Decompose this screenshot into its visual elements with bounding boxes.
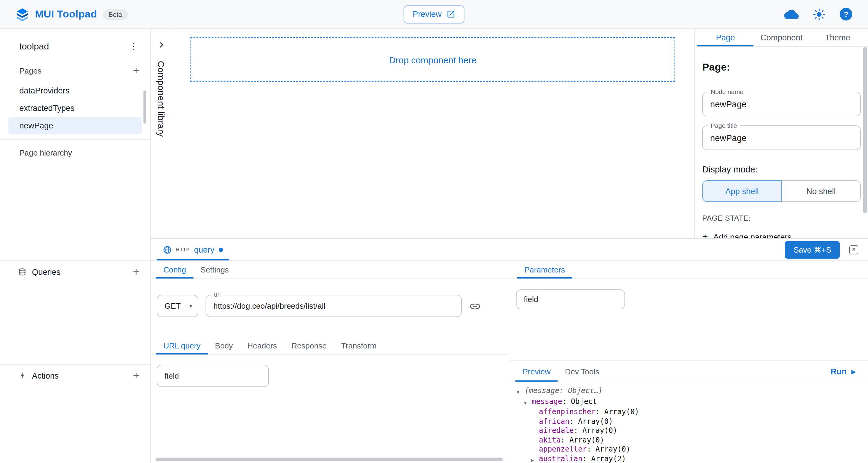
help-icon[interactable]: ? xyxy=(840,8,852,21)
page-title-input[interactable] xyxy=(710,133,853,143)
drop-zone-label: Drop component here xyxy=(389,55,476,65)
display-mode-toggle-group: App shell No shell xyxy=(702,180,861,202)
link-binding-icon[interactable] xyxy=(469,300,481,312)
page-list: dataProviders extractedTypes newPage xyxy=(0,82,150,134)
run-button-label: Run xyxy=(831,367,846,376)
page-item-dataproviders[interactable]: dataProviders xyxy=(8,82,142,99)
play-icon: ▶ xyxy=(851,368,856,375)
queries-section-header[interactable]: Queries + xyxy=(0,261,150,283)
app-header: MUI Toolpad Beta Preview xyxy=(0,0,868,29)
page-title-label: Page title xyxy=(708,122,740,129)
expand-arrow-icon[interactable]: ▶ xyxy=(531,454,539,463)
http-query-icon xyxy=(163,245,172,254)
project-menu-icon[interactable]: ⋮ xyxy=(129,41,138,50)
tree-row: akita: Array(0) xyxy=(517,436,868,445)
http-method-value: GET xyxy=(164,302,181,310)
preview-button[interactable]: Preview xyxy=(404,5,464,23)
actions-section-header[interactable]: Actions + xyxy=(0,365,150,387)
url-input[interactable] xyxy=(213,302,454,310)
node-name-input[interactable] xyxy=(710,99,853,109)
tab-dev-tools[interactable]: Dev Tools xyxy=(558,361,607,381)
horizontal-scrollbar[interactable] xyxy=(156,458,503,461)
inspector-heading: Page: xyxy=(702,61,861,73)
mui-logo xyxy=(16,7,29,21)
url-field[interactable]: url xyxy=(206,295,462,317)
tab-page[interactable]: Page xyxy=(698,29,753,47)
beta-badge: Beta xyxy=(103,9,127,20)
run-button[interactable]: Run ▶ xyxy=(831,361,856,381)
queries-icon xyxy=(18,268,27,276)
tab-headers[interactable]: Headers xyxy=(240,337,284,354)
toggle-app-shell[interactable]: App shell xyxy=(702,180,782,202)
tab-parameters[interactable]: Parameters xyxy=(517,261,572,279)
tree-row: affenpinscher: Array(0) xyxy=(517,407,868,417)
page-canvas: Drop component here xyxy=(173,29,694,238)
save-button[interactable]: Save ⌘+S xyxy=(785,241,840,258)
actions-section: Actions + xyxy=(0,364,150,387)
page-title-field[interactable]: Page title xyxy=(702,125,861,150)
http-method-select[interactable]: GET ▾ xyxy=(157,295,198,317)
tab-config[interactable]: Config xyxy=(156,261,193,279)
json-result-tree: ▼ {message: Object…} ▼ message: Object a… xyxy=(509,382,868,463)
node-name-label: Node name xyxy=(708,88,746,95)
tab-settings[interactable]: Settings xyxy=(193,261,236,279)
theme-toggle-icon[interactable] xyxy=(812,7,826,21)
queries-section: Queries + xyxy=(0,260,150,283)
unsaved-indicator-dot xyxy=(218,247,223,252)
tree-row: ▼ {message: Object…} xyxy=(517,387,868,397)
drop-zone[interactable]: Drop component here xyxy=(190,37,675,82)
query-type-label: HTTP xyxy=(176,247,190,252)
component-library-label: Component library xyxy=(156,61,166,137)
cloud-status-icon[interactable] xyxy=(784,7,799,22)
project-name: toolpad xyxy=(19,41,49,51)
query-name: query xyxy=(194,245,215,254)
add-page-parameters-label: Add page parameters xyxy=(713,233,792,238)
tree-row: ▼ message: Object xyxy=(517,397,868,407)
actions-icon xyxy=(18,371,27,380)
tab-response[interactable]: Response xyxy=(284,337,334,354)
page-item-newpage[interactable]: newPage xyxy=(8,117,142,134)
queries-label: Queries xyxy=(32,267,61,276)
display-mode-label: Display mode: xyxy=(702,164,861,174)
tab-body[interactable]: Body xyxy=(208,337,240,354)
add-page-parameters-button[interactable]: + Add page parameters xyxy=(702,232,861,238)
parameters-preview-pane: Parameters Preview Dev Tools Run ▶ xyxy=(509,261,868,463)
tree-row: african: Array(0) xyxy=(517,417,868,426)
request-config-pane: Config Settings GET ▾ url xyxy=(151,261,509,463)
tree-row: appenzeller: Array(0) xyxy=(517,445,868,454)
page-item-extractedtypes[interactable]: extractedTypes xyxy=(8,99,142,117)
explorer-sidebar: toolpad ⋮ Pages + dataProviders extracte… xyxy=(0,29,151,463)
query-editor-panel: HTTP query Save ⌘+S × Config Settings xyxy=(151,238,868,463)
query-tab[interactable]: HTTP query xyxy=(157,239,229,260)
add-action-icon[interactable]: + xyxy=(133,370,139,381)
tree-row: airedale: Array(0) xyxy=(517,426,868,436)
add-page-icon[interactable]: + xyxy=(133,65,139,76)
page-state-label: PAGE STATE: xyxy=(702,214,861,222)
parameter-field-input[interactable] xyxy=(516,289,625,309)
url-query-field-input[interactable] xyxy=(157,365,269,387)
pages-scrollbar[interactable] xyxy=(144,90,146,124)
pages-section-label: Pages xyxy=(19,66,41,75)
inspector-scrollbar[interactable] xyxy=(863,47,867,213)
tab-preview[interactable]: Preview xyxy=(516,361,558,381)
tab-component[interactable]: Component xyxy=(753,29,809,47)
expand-arrow-icon[interactable]: ▼ xyxy=(524,397,532,407)
expand-arrow-icon[interactable]: ▼ xyxy=(517,387,524,397)
chevron-down-icon: ▾ xyxy=(189,303,192,309)
url-field-label: url xyxy=(212,291,223,298)
preview-button-label: Preview xyxy=(412,10,441,19)
tab-url-query[interactable]: URL query xyxy=(156,337,208,354)
app-title: MUI Toolpad xyxy=(35,8,97,20)
node-name-field[interactable]: Node name xyxy=(702,92,861,116)
toolpad-app: MUI Toolpad Beta Preview xyxy=(0,0,868,463)
inspector-panel: Page Component Theme Page: Node name Pag… xyxy=(694,29,868,238)
component-library-rail[interactable]: Component library xyxy=(151,29,173,238)
open-in-new-icon xyxy=(446,10,456,19)
tab-theme[interactable]: Theme xyxy=(809,29,866,47)
plus-icon: + xyxy=(702,232,708,238)
close-panel-icon[interactable]: × xyxy=(849,245,858,254)
tab-transform[interactable]: Transform xyxy=(334,337,384,354)
actions-label: Actions xyxy=(32,371,59,380)
toggle-no-shell[interactable]: No shell xyxy=(782,180,861,202)
add-query-icon[interactable]: + xyxy=(133,267,139,277)
